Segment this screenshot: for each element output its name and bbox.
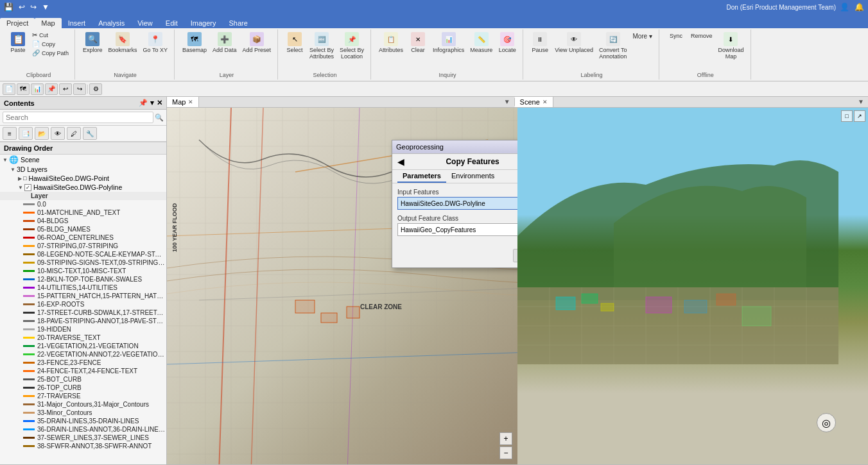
go-to-xy-button[interactable]: 📍 Go To XY [141,31,170,55]
geo-tab-parameters[interactable]: Parameters [397,170,446,183]
layer-row-7[interactable]: 09-STRIPING-SIGNS-TEXT,09-STRIPING-SIGNS… [0,258,166,267]
tb-btn-5[interactable]: ↩ [59,83,72,95]
tb-btn-3[interactable]: 📊 [31,83,44,95]
map-dropdown[interactable]: ▼ [500,97,514,107]
layer-row-20[interactable]: 24-FENCE-TEXT,24-FENCE-TEXT [0,367,166,375]
map-zoom-out[interactable]: − [499,446,512,459]
copy-button[interactable]: 📄Copy [30,40,71,48]
select-button[interactable]: ↖ Select [283,31,306,55]
basemap-button[interactable]: 🗺 Basemap [180,31,209,55]
drawing-order-btn[interactable]: 📑 [19,127,33,140]
tb-btn-1[interactable]: 📄 [3,83,15,95]
scene-collapse-btn[interactable]: □ [841,110,853,122]
user-icon[interactable]: 👤 [838,3,851,12]
list-view-btn[interactable]: ≡ [3,127,17,140]
sync-button[interactable]: Sync [664,31,688,40]
layer-row-22[interactable]: 26-TOP_CURB [0,384,166,392]
download-map-button[interactable]: ⬇ DownloadMap [715,31,746,61]
select-by-attributes-button[interactable]: 🔤 Select ByAttributes [307,31,336,61]
remove-button[interactable]: Remove [688,31,715,40]
layer-row-10[interactable]: 14-UTILITIES,14-UTILITIES [0,283,166,292]
tb-btn-2[interactable]: 🗺 [17,83,30,95]
measure-button[interactable]: 📏 Measure [467,31,495,55]
layer-row-13[interactable]: 17-STREET-CURB-SDWALK,17-STREET-CURB-SDW… [0,309,166,317]
layer-row-17[interactable]: 21-VEGETATION,21-VEGETATION [0,342,166,350]
output-feature-class-field[interactable] [397,223,517,236]
select-by-location-button[interactable]: 📌 Select ByLocation [337,31,367,61]
sort-btn[interactable]: 🔧 [83,127,97,140]
pin-icon[interactable]: 📌 [139,99,148,107]
tb-btn-6[interactable]: ↪ [73,83,86,95]
map-tab-close[interactable]: ✕ [188,99,193,105]
layer-row-26[interactable]: 35-DRAIN-LINES,35-DRAIN-LINES [0,417,166,425]
add-preset-button[interactable]: 📦 Add Preset [239,31,273,55]
layer-row-23[interactable]: 27-TRAVERSE [0,392,166,400]
scene-compass[interactable]: ◎ [817,413,836,432]
layer-row-6[interactable]: 08-LEGEND-NOTE-SCALE-KEYMAP-STAMP [0,250,166,258]
layer-row-0[interactable]: 0.0 [0,200,166,208]
search-input[interactable] [3,112,153,123]
layer-row-28[interactable]: 37-SEWER_LINES,37-SEWER_LINES [0,434,166,442]
layer-row-8[interactable]: 10-MISC-TEXT,10-MISC-TEXT [0,267,166,275]
tab-project[interactable]: Project [0,18,35,28]
tab-insert[interactable]: Insert [62,18,92,28]
scene-tab[interactable]: Scene ✕ [515,97,553,107]
tab-edit[interactable]: Edit [159,18,184,28]
scene-share-btn[interactable]: ↗ [854,110,865,122]
tree-3d-layers[interactable]: ▼ 3D Layers [8,165,166,174]
tab-analysis[interactable]: Analysis [92,18,131,28]
tree-scene[interactable]: ▼ 🌐 Scene [0,155,166,165]
tab-view[interactable]: View [131,18,159,28]
view-unplaced-button[interactable]: 👁 View Unplaced [552,31,596,55]
layer-row-25[interactable]: 33-Minor_Contours [0,409,166,417]
qa-save[interactable]: 💾 [3,3,15,12]
layer-row-27[interactable]: 36-DRAIN-LINES-ANNOT,36-DRAIN-LINES-ANNO… [0,425,166,434]
copy-path-button[interactable]: 🔗Copy Path [30,49,71,57]
layer-row-2[interactable]: 04-BLDGS [0,217,166,225]
tab-imagery[interactable]: Imagery [184,18,223,28]
layer-row-19[interactable]: 23-FENCE,23-FENCE [0,359,166,367]
convert-annotation-button[interactable]: 🔄 Convert ToAnnotation [596,31,629,61]
visibility-btn[interactable]: 👁 [51,127,65,140]
qa-redo[interactable]: ↪ [29,3,38,12]
tree-polyline-layer[interactable]: ▼ HawaiiSiteGeo.DWG-Polyline [15,183,166,192]
tb-btn-4[interactable]: 📌 [45,83,58,95]
filter-btn[interactable]: 🖊 [67,127,81,140]
layer-row-24[interactable]: 31-Major_Contours,31-Major_Contours [0,400,166,409]
locate-button[interactable]: 🎯 Locate [496,31,519,55]
input-features-field[interactable] [397,197,517,210]
map-zoom-in[interactable]: + [499,432,512,445]
geo-run-button[interactable]: Run ▶ [513,249,517,262]
infographics-button[interactable]: 📊 Infographics [430,31,467,55]
more-button[interactable]: More ▾ [630,31,655,41]
tb-btn-7[interactable]: ⚙ [89,83,102,95]
notification-icon[interactable]: 🔔 [853,3,865,12]
qa-undo[interactable]: ↩ [17,3,26,12]
tree-point-layer[interactable]: ▶ □ HawaiiSiteGeo.DWG-Point [15,174,166,183]
layer-row-16[interactable]: 20-TRAVERSE_TEXT [0,334,166,342]
layer-row-11[interactable]: 15-PATTERN_HATCH,15-PATTERN_HATCH [0,292,166,300]
layer-row-4[interactable]: 06-ROAD_CENTERLINES [0,233,166,242]
layer-row-9[interactable]: 12-BKLN-TOP-TOE-BANK-SWALES [0,275,166,283]
scene-dropdown[interactable]: ▼ [854,97,868,107]
close-panel-icon[interactable]: ✕ [157,99,162,107]
geo-back-btn[interactable]: ◀ [397,156,404,167]
scene-3d-view[interactable]: ◎ □ ↗ [517,108,868,464]
clear-button[interactable]: ✕ Clear [406,31,430,55]
layer-row-15[interactable]: 19-HIDDEN [0,325,166,334]
layer-row-18[interactable]: 22-VEGETATION-ANNOT,22-VEGETATION-ANNOT [0,350,166,359]
tab-share[interactable]: Share [223,18,254,28]
layer-row-3[interactable]: 05-BLDG_NAMES [0,225,166,233]
scene-tab-close[interactable]: ✕ [542,99,548,105]
layer-row-1[interactable]: 01-MATCHLINE_AND_TEXT [0,208,166,217]
layer-row-21[interactable]: 25-BOT_CURB [0,375,166,384]
map-2d-view[interactable]: 100 YEAR FLOOD CLEAR ZONE + − Geoprocess… [167,108,517,464]
layer-row-29[interactable]: 38-SFWFR-ANNOT,38-SFWFR-ANNOT [0,442,166,450]
source-view-btn[interactable]: 📂 [35,127,49,140]
explore-button[interactable]: 🔍 Explore [80,31,105,55]
bookmarks-button[interactable]: 🔖 Bookmarks [106,31,140,55]
paste-button[interactable]: 📋 Paste [6,31,30,55]
tab-map[interactable]: Map [35,18,61,28]
map-tab[interactable]: Map ✕ [167,97,199,107]
layer-row-5[interactable]: 07-STRIPING,07-STRIPING [0,242,166,250]
